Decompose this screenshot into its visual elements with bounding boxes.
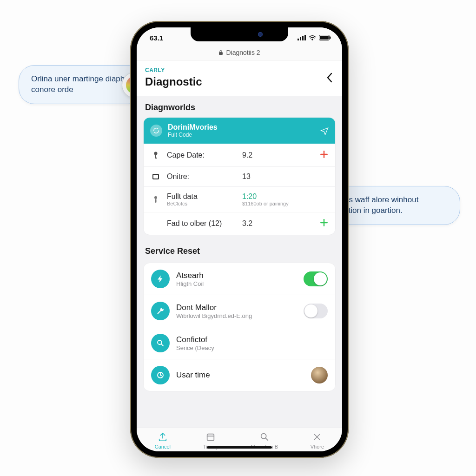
diag-row-label: Fad to olber (12) bbox=[167, 219, 237, 228]
callout-left-text: Orlina uner martinge diaphot conore orde bbox=[31, 74, 131, 94]
svg-rect-6 bbox=[320, 36, 329, 40]
service-item-sub: Wibrlowil Bigydrnd.ed-E.ong bbox=[176, 312, 297, 319]
svg-rect-7 bbox=[330, 37, 331, 39]
service-item-title: Dont Mallor bbox=[176, 303, 297, 312]
service-item-sub: Serice (Deacy bbox=[176, 344, 328, 351]
home-indicator[interactable] bbox=[207, 446, 272, 449]
diag-row-value: 9.2 bbox=[242, 151, 314, 159]
diag-section-title: Diagnworlds bbox=[137, 96, 342, 117]
service-item-sub: Hligth Coil bbox=[176, 280, 297, 287]
screen: 63.1 Diagnotiis 2 CARLY Diagnostic Diagn… bbox=[137, 27, 342, 451]
service-item-title: Confictof bbox=[176, 335, 328, 344]
history-icon bbox=[205, 432, 216, 442]
diag-card-header[interactable]: DoriniMvories Fult Code bbox=[144, 118, 335, 144]
refresh-icon bbox=[150, 125, 162, 137]
search-icon bbox=[151, 334, 170, 352]
sensor-icon bbox=[150, 195, 161, 204]
diag-row-label: Onitre: bbox=[167, 172, 237, 181]
service-item-title: Atsearh bbox=[176, 271, 297, 280]
diag-row-fullt-data: Fullt data BeClotcs 1:20 $1160ob or pain… bbox=[144, 186, 335, 212]
plus-icon bbox=[319, 218, 329, 227]
add-item-button[interactable] bbox=[319, 218, 329, 229]
lock-icon bbox=[218, 50, 223, 55]
service-item-usar-time[interactable]: Usar time bbox=[144, 359, 335, 391]
tab-cancel[interactable]: Cancel bbox=[155, 432, 171, 450]
diag-row-value: 13 bbox=[242, 172, 314, 181]
bolt-icon bbox=[151, 270, 170, 288]
diag-row-label: Fullt data bbox=[167, 192, 237, 201]
diag-row-extra: $1160ob or painingy bbox=[242, 201, 314, 206]
svg-rect-15 bbox=[153, 175, 158, 178]
svg-rect-2 bbox=[300, 37, 301, 40]
diag-row-fad: Fad to olber (12) 3.2 bbox=[144, 212, 335, 235]
diag-row-label: Cape Date: bbox=[167, 151, 237, 159]
header-brand: CARLY bbox=[145, 67, 334, 73]
diag-row-value: 3.2 bbox=[242, 219, 314, 228]
clock-icon bbox=[151, 366, 170, 384]
tab-vhore[interactable]: Vhore bbox=[311, 432, 324, 450]
svg-rect-17 bbox=[155, 199, 157, 203]
svg-rect-4 bbox=[304, 35, 306, 40]
diag-card-title: DoriniMvories bbox=[168, 123, 315, 132]
service-item-dont-mallor[interactable]: Dont Mallor Wibrlowil Bigydrnd.ed-E.ong bbox=[144, 295, 335, 327]
wrench-icon bbox=[151, 302, 170, 320]
nav-bar: Diagnotiis 2 bbox=[137, 48, 342, 60]
search-icon bbox=[259, 432, 270, 442]
header-back-button[interactable] bbox=[325, 72, 334, 84]
upload-icon bbox=[157, 432, 168, 442]
nav-title: Diagnotiis 2 bbox=[226, 49, 260, 56]
service-item-title: Usar time bbox=[176, 370, 304, 380]
svg-rect-3 bbox=[302, 36, 304, 40]
device-frame: 63.1 Diagnotiis 2 CARLY Diagnostic Diagn… bbox=[130, 21, 349, 458]
svg-rect-23 bbox=[207, 434, 214, 441]
service-list: Atsearh Hligth Coil Dont Mallor Wibrlowi… bbox=[143, 263, 336, 391]
diag-row-sub: BeClotcs bbox=[167, 201, 237, 206]
page-title: Diagnostic bbox=[145, 75, 334, 88]
svg-point-16 bbox=[154, 196, 157, 199]
key-icon bbox=[150, 151, 161, 159]
svg-rect-1 bbox=[298, 39, 299, 40]
service-section-title: Service Reset bbox=[137, 240, 342, 261]
svg-line-21 bbox=[161, 344, 163, 346]
add-fault-button[interactable] bbox=[319, 150, 329, 161]
wifi-icon bbox=[309, 35, 316, 40]
plane-icon bbox=[320, 126, 329, 135]
diag-row-cape-date: Cape Date: 9.2 bbox=[144, 144, 335, 166]
ecu-icon bbox=[150, 173, 161, 180]
battery-icon bbox=[319, 35, 331, 40]
diag-row-onitre: Onitre: 13 bbox=[144, 166, 335, 186]
svg-point-9 bbox=[154, 152, 158, 155]
cellular-icon bbox=[298, 35, 306, 40]
diag-card: DoriniMvories Fult Code Cape Date: 9.2 bbox=[143, 117, 336, 235]
avatar bbox=[311, 367, 328, 383]
page-header: CARLY Diagnostic bbox=[137, 60, 342, 96]
chevron-left-icon bbox=[325, 72, 334, 84]
service-item-atsearh[interactable]: Atsearh Hligth Coil bbox=[144, 263, 335, 295]
service-toggle[interactable] bbox=[304, 304, 328, 318]
tab-label: Cancel bbox=[155, 444, 171, 450]
tab-label: Vhore bbox=[311, 444, 324, 450]
service-toggle[interactable] bbox=[304, 271, 328, 286]
svg-rect-11 bbox=[155, 158, 157, 159]
plus-icon bbox=[319, 150, 329, 159]
svg-rect-8 bbox=[219, 52, 223, 55]
svg-line-26 bbox=[265, 438, 268, 440]
close-icon bbox=[311, 432, 323, 442]
diag-card-sub: Fult Code bbox=[168, 132, 315, 138]
service-item-confictof[interactable]: Confictof Serice (Deacy bbox=[144, 327, 335, 359]
diag-row-value: 1:20 bbox=[242, 192, 314, 201]
device-notch bbox=[191, 27, 288, 41]
status-time: 63.1 bbox=[150, 34, 163, 42]
